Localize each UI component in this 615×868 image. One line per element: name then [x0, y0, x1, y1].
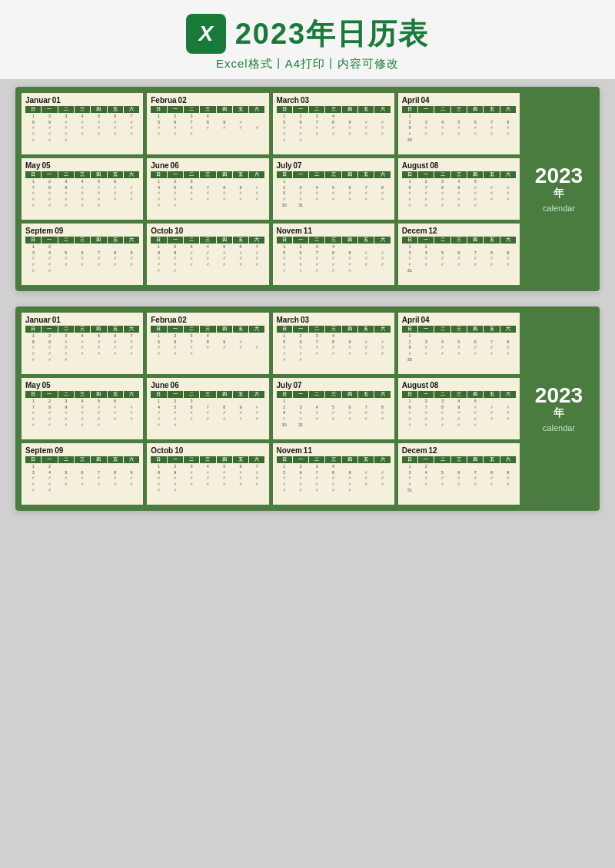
cal-week-row: 2345678 [277, 185, 391, 191]
cal-day: # [42, 345, 57, 351]
cal-day: # [374, 340, 390, 346]
months-grid-2: Januar01日一二三四五六123456789################… [22, 313, 520, 505]
cal-day: # [434, 197, 450, 203]
cal-day: # [25, 410, 41, 416]
cal-day: # [500, 416, 516, 422]
cal-day: 1 [151, 399, 166, 405]
day-header-cell: 六 [500, 391, 516, 398]
cal-day: # [434, 131, 450, 137]
cal-day: # [91, 340, 106, 346]
days-container-12: 12 3456789##############31 [402, 464, 516, 493]
cal-day: 6 [75, 250, 90, 257]
cal-day: # [277, 482, 292, 488]
cal-day: 2 [293, 464, 308, 470]
month-name-12: Decem [402, 227, 427, 235]
cal-day: 1 [25, 244, 41, 250]
cal-day: # [184, 482, 199, 488]
day-header-cell: 二 [184, 171, 199, 178]
month-cell-10: Octob10日一二三四五六123456789#################… [147, 443, 268, 505]
cal-day: # [108, 345, 123, 351]
day-header-cell: 一 [168, 456, 183, 463]
cal-day: # [309, 351, 324, 357]
month-cell-01: Januar01日一二三四五六123456789################… [22, 93, 143, 154]
day-header-cell: 六 [249, 237, 264, 244]
cal-day: # [277, 475, 292, 482]
cal-day: # [200, 345, 215, 351]
cal-day [374, 268, 390, 274]
cal-day: # [25, 422, 41, 429]
cal-day: # [58, 422, 74, 429]
cal-day [91, 268, 106, 274]
cal-day: 1 [277, 464, 292, 470]
month-number-11: 11 [304, 446, 312, 455]
cal-day: 7 [309, 470, 324, 476]
cal-day: # [451, 190, 467, 197]
cal-day [467, 357, 483, 363]
cal-day [309, 179, 324, 185]
day-header-cell: 日 [151, 326, 166, 333]
cal-day: # [358, 475, 374, 482]
days-container-03: 1234 56789################## [277, 114, 391, 143]
month-cell-05: May05日一二三四五六123456 789##################… [22, 158, 143, 220]
cal-day: # [434, 262, 450, 268]
cal-day: # [184, 351, 199, 357]
cal-week-row: ##### [402, 203, 516, 209]
cal-day [467, 244, 483, 250]
cal-day: # [293, 351, 308, 357]
day-header-cell: 一 [42, 391, 57, 398]
day-header-cell: 日 [25, 171, 41, 178]
cal-day: # [402, 256, 417, 262]
cal-day [124, 203, 139, 209]
cal-day [467, 114, 483, 120]
day-header-cell: 二 [309, 237, 324, 244]
cal-day: # [451, 351, 467, 357]
cal-day: # [451, 203, 467, 209]
cal-day: # [451, 475, 467, 482]
cal-day [358, 357, 374, 363]
cal-day: # [75, 120, 90, 126]
cal-day: # [293, 482, 308, 488]
cal-day: # [108, 351, 123, 357]
day-header-cell: 五 [484, 326, 499, 333]
cal-day: # [342, 197, 357, 203]
day-header-cell: 四 [467, 106, 483, 113]
cal-day: # [484, 475, 499, 482]
day-header-cell: 二 [184, 391, 199, 398]
month-number-07: 07 [294, 381, 302, 389]
cal-day [358, 488, 374, 494]
day-header-cell: 五 [108, 237, 123, 244]
day-header-cell: 日 [277, 326, 292, 333]
cal-day: # [277, 345, 292, 351]
month-number-04: 04 [421, 316, 430, 324]
cal-day: # [358, 120, 374, 126]
cal-day: 8 [42, 405, 57, 411]
cal-day [200, 131, 215, 137]
cal-day: # [451, 256, 467, 262]
cal-day: 4 [75, 179, 90, 185]
cal-day: # [402, 422, 417, 429]
cal-day: 2 [168, 464, 183, 470]
cal-week-row: 6789### [402, 405, 516, 411]
cal-day: 2 [168, 179, 183, 185]
cal-day: # [108, 256, 123, 262]
cal-day: # [75, 416, 90, 422]
day-header-cell: 六 [249, 456, 264, 463]
cal-day [500, 333, 516, 340]
cal-day: # [151, 422, 166, 429]
cal-day: 7 [309, 250, 324, 257]
cal-day: # [293, 268, 308, 274]
cal-day: 9 [217, 120, 232, 126]
cal-day: 8 [374, 185, 390, 191]
cal-day: # [25, 345, 41, 351]
cal-day [342, 114, 357, 120]
day-header-cell: 四 [342, 106, 357, 113]
cal-week-row: 1234567 [25, 114, 139, 120]
cal-day: # [484, 410, 499, 416]
cal-week-row: ####### [277, 125, 391, 131]
day-header-cell: 四 [91, 237, 106, 244]
cal-day: 8 [217, 185, 232, 191]
cal-week-row: ## [277, 137, 391, 144]
month-name-06: June [151, 161, 168, 170]
days-container-01: 123456789###################### [25, 114, 139, 143]
cal-day: 6 [293, 340, 308, 346]
